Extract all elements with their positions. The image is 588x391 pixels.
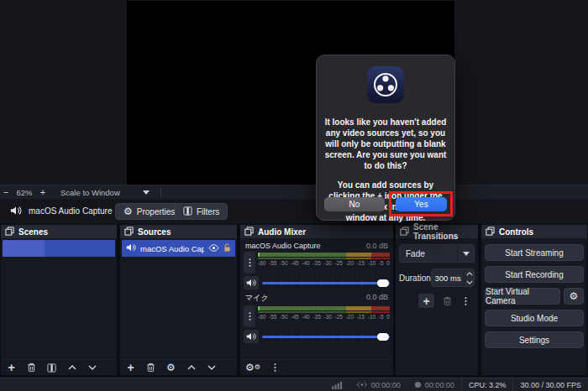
- remove-source-button[interactable]: [145, 362, 156, 373]
- transition-selected-value: Fade: [400, 249, 457, 258]
- add-scene-button[interactable]: +: [6, 362, 17, 373]
- scenes-list: [1, 240, 117, 257]
- visibility-eye-icon[interactable]: [208, 244, 219, 253]
- meter-tick-label: -55: [269, 260, 276, 266]
- stream-time: 00:00:00: [349, 378, 407, 391]
- zoom-out-button[interactable]: −: [0, 186, 12, 199]
- plus-icon: +: [423, 296, 429, 306]
- remove-transition-button[interactable]: [442, 295, 453, 306]
- zoom-in-button[interactable]: +: [37, 186, 49, 199]
- meter-scale: -60-55-50-45-40-35-30-25-20-15-10-50: [258, 314, 390, 320]
- remove-scene-button[interactable]: [26, 362, 37, 373]
- panel-dock-icon: [124, 227, 134, 237]
- record-time-value: 00:00:00: [425, 381, 454, 389]
- speaker-icon: [246, 332, 256, 341]
- chevron-down-icon: [207, 365, 216, 370]
- trash-icon: [146, 362, 155, 373]
- no-button[interactable]: No: [324, 197, 385, 211]
- sources-panel: Sources macOS Audio Capture + ⚙: [119, 224, 238, 376]
- meter-tick-label: -55: [269, 314, 276, 320]
- meter-tick-label: 0: [386, 260, 390, 266]
- scene-transitions-panel-header[interactable]: Scene Transitions: [396, 225, 478, 238]
- scenes-panel-header[interactable]: Scenes: [1, 225, 117, 238]
- move-scene-down-button[interactable]: [87, 362, 97, 373]
- scene-filters-button[interactable]: [46, 362, 57, 373]
- meter-tick-label: -50: [280, 260, 287, 266]
- duration-increase-button[interactable]: [465, 269, 474, 278]
- source-list-item-selected[interactable]: macOS Audio Capture: [122, 240, 235, 257]
- duration-spinner[interactable]: 300 ms: [431, 268, 475, 287]
- slider-track: [262, 336, 390, 338]
- add-source-button[interactable]: +: [125, 362, 136, 373]
- controls-panel-title: Controls: [499, 227, 533, 237]
- speaker-icon: [10, 204, 22, 219]
- meter-tick-label: -40: [302, 260, 309, 266]
- mixer-options-button[interactable]: [244, 305, 255, 327]
- scale-mode-dropdown-button[interactable]: [139, 190, 154, 195]
- controls-panel: Controls Start Streaming Start Recording…: [480, 224, 588, 376]
- mute-button[interactable]: [244, 276, 259, 289]
- volume-slider[interactable]: [262, 278, 390, 288]
- sources-panel-header[interactable]: Sources: [120, 225, 237, 238]
- trash-icon: [443, 296, 452, 306]
- studio-mode-button[interactable]: Studio Mode: [485, 310, 584, 326]
- scale-mode-label[interactable]: Scale to Window: [60, 188, 120, 197]
- transition-select[interactable]: Fade: [399, 244, 475, 263]
- lock-icon[interactable]: [223, 243, 231, 254]
- gear-icon: ⚙: [570, 291, 579, 301]
- start-recording-button[interactable]: Start Recording: [485, 266, 584, 283]
- stream-time-value: 00:00:00: [371, 381, 401, 389]
- virtual-camera-settings-button[interactable]: ⚙: [564, 288, 584, 305]
- broadcast-icon: [356, 381, 368, 388]
- meter-tick-label: -35: [312, 260, 320, 266]
- move-source-up-button[interactable]: [186, 362, 197, 373]
- volume-slider[interactable]: [262, 331, 390, 341]
- mute-button[interactable]: [244, 330, 259, 343]
- kebab-icon: [249, 311, 251, 321]
- duration-value[interactable]: 300 ms: [432, 269, 465, 286]
- audio-mixer-panel-header[interactable]: Audio Mixer: [240, 225, 393, 238]
- yes-button[interactable]: Yes: [396, 197, 447, 211]
- meter-tick-label: -30: [323, 260, 331, 266]
- start-virtual-camera-button[interactable]: Start Virtual Camera: [485, 288, 560, 305]
- filters-button[interactable]: Filters: [175, 203, 228, 220]
- advanced-audio-properties-button[interactable]: ⚙⚙: [245, 362, 260, 373]
- meter-tick-label: 0: [386, 314, 390, 320]
- scene-list-item-selected[interactable]: [3, 240, 115, 257]
- dialog-message-1: It looks like you haven't added any vide…: [317, 117, 454, 171]
- add-transition-button[interactable]: +: [418, 294, 434, 308]
- sources-list: macOS Audio Capture: [120, 240, 237, 257]
- stats-signal: [325, 378, 349, 391]
- move-source-down-button[interactable]: [206, 362, 217, 373]
- move-scene-up-button[interactable]: [66, 362, 77, 373]
- signal-bars-icon: [332, 381, 343, 389]
- slider-handle[interactable]: [377, 279, 389, 287]
- small-gear-icon: ⚙: [255, 364, 260, 371]
- transition-properties-button[interactable]: [460, 295, 471, 306]
- mixer-source-name: マイク: [245, 293, 269, 304]
- mixer-options-button[interactable]: [244, 252, 255, 274]
- panel-dock-icon: [244, 227, 254, 237]
- slider-handle[interactable]: [377, 333, 389, 341]
- properties-button[interactable]: ⚙ Properties: [115, 203, 183, 220]
- meter-tick-label: -30: [323, 314, 331, 320]
- scenes-panel: Scenes +: [0, 224, 118, 376]
- mixer-menu-button[interactable]: [270, 362, 281, 373]
- duration-decrease-button[interactable]: [465, 278, 474, 286]
- kebab-icon: [465, 296, 467, 306]
- preview-zoom-toolbar: − 62% + Scale to Window: [0, 185, 588, 199]
- meter-tick-label: -25: [335, 260, 343, 266]
- controls-panel-header[interactable]: Controls: [481, 225, 587, 238]
- settings-button[interactable]: Settings: [485, 331, 584, 348]
- meter-tick-label: -35: [312, 314, 320, 320]
- meter-tick-label: -15: [357, 260, 365, 266]
- meter-tick-label: -10: [368, 260, 375, 266]
- meter-tick-label: -50: [280, 314, 287, 320]
- dropdown-arrow-button[interactable]: [457, 245, 474, 262]
- plus-icon: +: [8, 362, 14, 373]
- source-name: macOS Audio Capture: [140, 244, 204, 253]
- start-streaming-button[interactable]: Start Streaming: [485, 244, 584, 261]
- source-properties-button[interactable]: ⚙: [165, 362, 176, 373]
- record-time: 00:00:00: [407, 378, 461, 391]
- chevron-down-icon: [143, 190, 150, 195]
